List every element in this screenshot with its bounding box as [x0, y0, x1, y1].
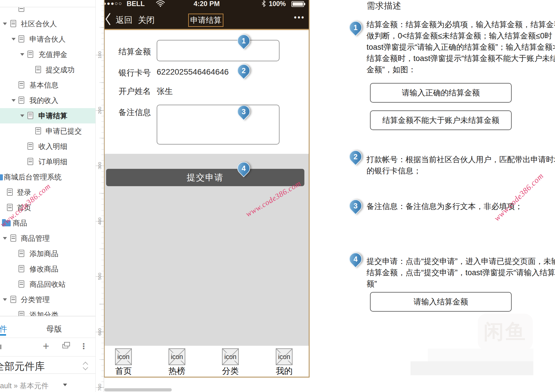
library-breadcrumb[interactable]: ault » 基本元件: [0, 381, 49, 391]
collapse-arrow-icon[interactable]: [12, 99, 16, 102]
bottom-tab-bar: icon 首页 icon 热榜 icon 分类 icon 我的: [105, 346, 309, 377]
amount-input[interactable]: [157, 40, 280, 61]
tab-mine-icon-placeholder[interactable]: icon: [276, 348, 293, 365]
tree-item-edit-goods[interactable]: 修改商品: [0, 261, 95, 277]
library-title[interactable]: 全部元件库: [0, 360, 45, 373]
page-icon: [18, 97, 24, 104]
note-2: 打款帐号：根据当前社区合伙人用户，匹配带出申请时填写 的银行卡信息；: [367, 154, 555, 177]
page-icon: [35, 66, 41, 73]
note-4: 提交申请：点击“提交申请”，进入申请已提交页面，未输入 结算金额，点击“提交申请…: [367, 256, 555, 290]
divider: [0, 356, 95, 356]
tree-item-recharge-deposit[interactable]: 充值押金: [0, 47, 95, 62]
ruler-label: 600: [97, 326, 102, 338]
page-icon: [18, 81, 24, 88]
tab-mine-label[interactable]: 我的: [267, 365, 301, 377]
tree-item-category-management[interactable]: 分类管理: [0, 292, 95, 307]
tree-item-application-submitted[interactable]: 申请已提交: [0, 123, 95, 139]
tree-item-add-goods[interactable]: 添加商品: [0, 246, 95, 261]
tree-item-mall-admin-system[interactable]: 商城后台管理系统: [0, 169, 95, 185]
page-icon: [18, 250, 24, 257]
clipped-toolbar-icon: [0, 345, 1, 349]
tab-home-icon-placeholder[interactable]: icon: [115, 348, 132, 365]
remark-textarea[interactable]: [157, 105, 280, 145]
tab-masters[interactable]: 母版: [46, 324, 62, 334]
tree-item-apply-partner[interactable]: 申请合伙人: [0, 32, 95, 47]
tree-item-submit-success[interactable]: 提交成功: [0, 62, 95, 77]
duplicate-icon[interactable]: [62, 344, 68, 348]
tree-item-income-detail[interactable]: 收入明细: [0, 139, 95, 154]
remark-label: 备注信息: [119, 107, 151, 118]
more-options-icon[interactable]: •••: [294, 13, 305, 22]
collapse-arrow-icon[interactable]: [20, 114, 24, 117]
chevron-down-icon[interactable]: [83, 365, 88, 370]
tab-hot-icon-placeholder[interactable]: icon: [169, 348, 185, 365]
collapse-arrow-icon[interactable]: [3, 23, 7, 25]
pages-panel: 社区合伙人 申请合伙人 充值押金 提交成功 基本信息: [0, 0, 95, 316]
battery-percent-label: 100%: [269, 0, 286, 8]
tree-item-basic-info[interactable]: 基本信息: [0, 77, 95, 93]
page-icon: [10, 234, 16, 242]
tab-home-label[interactable]: 首页: [106, 365, 141, 377]
ruler-label: 200: [97, 104, 102, 117]
back-chevron-icon[interactable]: [105, 13, 111, 27]
tab-category-icon-placeholder[interactable]: icon: [222, 348, 239, 365]
page-title-selected[interactable]: 申请结算: [188, 14, 223, 27]
tree-item-order-detail[interactable]: 订单明细: [0, 154, 95, 169]
phone-mockup: ●●●○○ BELL 4:20 PM 100%: [104, 0, 310, 378]
tree-item-community-partner[interactable]: 社区合伙人: [0, 16, 95, 32]
collapse-arrow-icon[interactable]: [3, 298, 7, 301]
add-icon[interactable]: +: [43, 340, 49, 352]
ruler-label: 100: [97, 49, 102, 61]
page-icon: [10, 296, 16, 303]
page-icon: [35, 127, 41, 134]
submit-application-button[interactable]: 提交申请: [106, 169, 304, 186]
collapse-arrow-icon[interactable]: [20, 53, 24, 56]
account-name-value: 张生: [157, 86, 173, 97]
tree-item-add-category[interactable]: 添加分类: [0, 307, 95, 316]
toast-mock-enter-amount: 请输入结算金额: [370, 292, 512, 312]
divider: [0, 373, 95, 374]
page-icon: [18, 35, 24, 42]
kebab-menu-icon[interactable]: ⋮: [80, 342, 88, 351]
bank-card-label: 银行卡号: [119, 67, 151, 78]
page-icon: [27, 143, 33, 150]
horizontal-scrollbar-thumb[interactable]: [104, 388, 172, 391]
libraries-panel: 件 母版 + ⋮ 全部元件库 ault » 基本元件: [0, 316, 95, 392]
battery-icon: [291, 1, 304, 7]
axure-workspace: 社区合伙人 申请合伙人 充值押金 提交成功 基本信息: [0, 0, 555, 392]
ruler-label: 500: [97, 270, 102, 283]
note-1: 结算金额：结算金额为必填项，输入结算金额，结算金额需 做判断，0<结算金额≤未结…: [367, 19, 555, 75]
page-icon: [27, 51, 33, 58]
page-icon: [7, 204, 13, 211]
divider: [0, 338, 95, 338]
tree-item-goods-recycle[interactable]: 商品回收站: [0, 277, 95, 292]
page-icon: [18, 265, 24, 272]
page-icon: [18, 7, 24, 12]
tree-item-goods-management[interactable]: 商品管理: [0, 231, 95, 246]
vertical-ruler: 100 200 300 400 500 600 700: [95, 0, 104, 392]
close-button[interactable]: 关闭: [138, 14, 155, 26]
tree-item-clipped[interactable]: [0, 7, 95, 16]
tree-item-apply-settlement[interactable]: 申请结算: [0, 108, 95, 123]
ruler-label: 700: [97, 381, 102, 392]
ruler-label: 300: [97, 159, 102, 172]
back-button[interactable]: 返回: [116, 14, 132, 26]
page-icon: [7, 188, 13, 196]
tree-item-my-income[interactable]: 我的收入: [0, 93, 95, 108]
collapse-arrow-icon[interactable]: [3, 237, 7, 240]
page-tree: 社区合伙人 申请合伙人 充值押金 提交成功 基本信息: [0, 7, 95, 316]
tab-components[interactable]: 件: [0, 324, 7, 334]
tab-category-label[interactable]: 分类: [213, 365, 248, 377]
page-icon: [27, 112, 33, 119]
collapse-arrow-icon[interactable]: [12, 38, 16, 40]
amount-label: 结算金额: [119, 46, 151, 57]
page-icon: [18, 311, 24, 316]
requirements-heading: 需求描述: [367, 0, 401, 12]
toast-mock-exceeds-amount: 结算金额不能大于账户未结算金额: [370, 110, 512, 130]
account-name-label: 开户姓名: [119, 86, 151, 97]
page-icon: [10, 20, 16, 27]
folder-icon: [0, 174, 3, 180]
ruler-label: 400: [97, 215, 102, 228]
tab-hot-label[interactable]: 热榜: [160, 365, 194, 377]
dropdown-caret-icon[interactable]: [63, 384, 67, 386]
